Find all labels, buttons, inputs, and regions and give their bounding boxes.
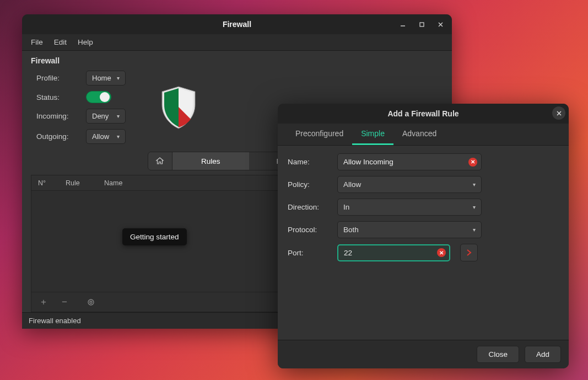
status-text: Firewall enabled xyxy=(29,317,81,325)
close-icon xyxy=(557,111,562,116)
chevron-down-icon: ▾ xyxy=(473,204,476,210)
direction-dropdown[interactable]: In ▾ xyxy=(337,199,482,216)
dialog-titlebar: Add a Firewall Rule xyxy=(278,104,569,124)
svg-point-5 xyxy=(90,301,92,303)
home-icon xyxy=(155,157,164,165)
close-button[interactable] xyxy=(432,17,449,31)
policy-label: Policy: xyxy=(288,180,331,189)
clear-name-button[interactable]: ✕ xyxy=(468,158,477,167)
status-toggle[interactable] xyxy=(86,91,111,103)
chevron-down-icon: ▾ xyxy=(117,133,120,140)
chevron-down-icon: ▾ xyxy=(117,113,120,119)
profile-value: Home xyxy=(92,74,111,82)
add-rule-button[interactable]: + xyxy=(37,296,50,309)
port-lookup-button[interactable] xyxy=(460,244,478,261)
menu-file[interactable]: File xyxy=(26,36,47,49)
policy-dropdown[interactable]: Allow ▾ xyxy=(337,176,482,193)
chevron-down-icon: ▾ xyxy=(473,227,476,233)
tooltip-getting-started: Getting started xyxy=(122,228,187,245)
protocol-label: Protocol: xyxy=(288,226,331,234)
protocol-value: Both xyxy=(343,226,359,234)
settings-button[interactable] xyxy=(84,296,98,309)
tab-simple[interactable]: Simple xyxy=(352,124,393,145)
dialog-body: Name: ✕ Policy: Allow ▾ Direction: In ▾ … xyxy=(278,146,569,340)
port-input[interactable] xyxy=(337,244,450,261)
titlebar: Firewall xyxy=(22,14,452,34)
col-number[interactable]: N° xyxy=(31,179,59,187)
profile-label: Profile: xyxy=(36,74,79,82)
dialog-tabs: Preconfigured Simple Advanced xyxy=(278,124,569,146)
name-label: Name: xyxy=(288,158,331,166)
name-input[interactable] xyxy=(337,153,482,170)
window-title: Firewall xyxy=(223,20,251,29)
profile-dropdown[interactable]: Home ▾ xyxy=(86,71,126,85)
add-rule-dialog: Add a Firewall Rule Preconfigured Simple… xyxy=(278,104,569,368)
section-title: Firewall xyxy=(31,56,443,65)
dialog-title: Add a Firewall Rule xyxy=(387,109,458,118)
clear-port-button[interactable]: ✕ xyxy=(437,248,446,257)
svg-rect-1 xyxy=(420,23,424,26)
outgoing-label: Outgoing: xyxy=(36,132,79,141)
chevron-down-icon: ▾ xyxy=(473,181,476,188)
menubar: File Edit Help xyxy=(22,34,452,51)
status-label: Status: xyxy=(36,93,79,101)
close-button[interactable]: Close xyxy=(477,346,519,363)
port-label: Port: xyxy=(288,249,331,257)
gear-icon xyxy=(87,298,95,307)
direction-value: In xyxy=(343,203,349,211)
dialog-footer: Close Add xyxy=(278,340,569,368)
incoming-value: Deny xyxy=(92,112,109,120)
menu-help[interactable]: Help xyxy=(73,36,98,49)
col-rule[interactable]: Rule xyxy=(59,179,98,187)
chevron-down-icon: ▾ xyxy=(117,75,120,81)
tab-rules[interactable]: Rules xyxy=(172,152,250,170)
tab-preconfigured[interactable]: Preconfigured xyxy=(287,124,352,145)
home-button[interactable] xyxy=(148,152,172,170)
menu-edit[interactable]: Edit xyxy=(50,36,71,49)
chevron-right-icon xyxy=(465,249,473,256)
direction-label: Direction: xyxy=(288,203,331,211)
outgoing-dropdown[interactable]: Allow ▾ xyxy=(86,129,126,144)
maximize-button[interactable] xyxy=(413,17,430,31)
add-button[interactable]: Add xyxy=(525,346,561,363)
svg-point-4 xyxy=(88,299,94,305)
window-controls xyxy=(395,14,449,34)
policy-value: Allow xyxy=(343,180,361,189)
tab-advanced[interactable]: Advanced xyxy=(393,124,445,145)
shield-icon xyxy=(159,85,198,130)
dialog-close-button[interactable] xyxy=(552,106,565,120)
toggle-knob xyxy=(100,92,110,102)
outgoing-value: Allow xyxy=(92,132,109,141)
remove-rule-button[interactable]: − xyxy=(58,296,71,309)
incoming-dropdown[interactable]: Deny ▾ xyxy=(86,109,126,124)
minimize-button[interactable] xyxy=(395,17,411,31)
incoming-label: Incoming: xyxy=(36,112,79,120)
protocol-dropdown[interactable]: Both ▾ xyxy=(337,221,482,238)
